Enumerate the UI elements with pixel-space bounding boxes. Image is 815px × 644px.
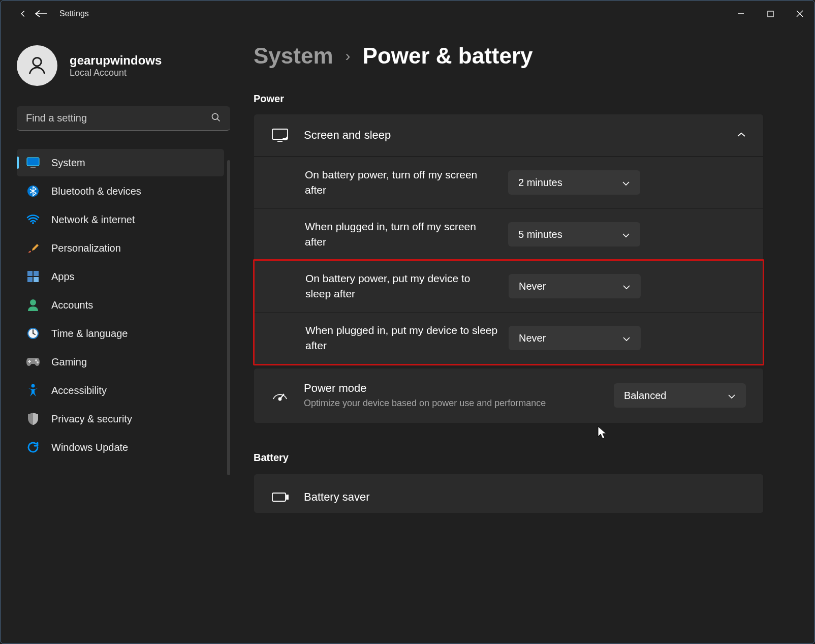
sidebar-item-time-language[interactable]: Time & language — [17, 320, 224, 347]
setting-label: On battery power, put my device to sleep… — [305, 271, 498, 302]
dropdown-power-mode[interactable]: Balanced — [614, 383, 746, 408]
svg-rect-5 — [30, 167, 36, 168]
search-box[interactable] — [17, 106, 230, 131]
dropdown-value: Balanced — [624, 390, 666, 402]
avatar — [17, 45, 57, 86]
search-input[interactable] — [26, 112, 211, 124]
user-block[interactable]: gearupwindows Local Account — [17, 45, 230, 86]
setting-row-plugged-sleep: When plugged in, put my device to sleep … — [255, 312, 763, 364]
sidebar-item-label: Bluetooth & devices — [51, 186, 141, 197]
battery-saver-card[interactable]: Battery saver — [254, 474, 764, 513]
chevron-down-icon — [622, 332, 631, 344]
close-button[interactable] — [785, 4, 814, 24]
svg-rect-11 — [34, 277, 39, 282]
svg-rect-21 — [287, 495, 288, 499]
chevron-down-icon — [622, 229, 630, 240]
svg-point-7 — [32, 222, 34, 224]
section-title-power: Power — [254, 93, 764, 105]
screen-sleep-header[interactable]: Screen and sleep — [254, 114, 763, 157]
svg-point-16 — [37, 361, 39, 363]
chevron-up-icon — [737, 131, 746, 140]
dropdown-battery-screen[interactable]: 2 minutes — [508, 170, 640, 195]
svg-rect-8 — [27, 271, 33, 276]
highlight-annotation: On battery power, put my device to sleep… — [253, 259, 764, 365]
apps-icon — [26, 269, 40, 284]
wifi-icon — [26, 212, 40, 227]
dropdown-value: Never — [519, 281, 546, 292]
power-mode-icon — [271, 388, 289, 403]
sidebar-item-label: Time & language — [51, 328, 128, 340]
breadcrumb: System › Power & battery — [254, 43, 764, 69]
person-icon — [26, 298, 40, 312]
svg-point-12 — [30, 299, 36, 305]
sidebar-item-label: System — [51, 157, 85, 169]
svg-rect-10 — [27, 277, 33, 282]
sidebar-item-personalization[interactable]: Personalization — [17, 234, 224, 262]
minimize-button[interactable] — [726, 4, 756, 24]
svg-rect-9 — [34, 271, 39, 276]
chevron-right-icon: › — [346, 47, 351, 65]
dropdown-battery-sleep[interactable]: Never — [509, 274, 641, 298]
user-subtitle: Local Account — [70, 68, 162, 78]
sidebar: gearupwindows Local Account System — [1, 27, 235, 643]
setting-label: When plugged in, put my device to sleep … — [305, 323, 498, 354]
back-arrow-icon — [31, 4, 51, 24]
setting-label: When plugged in, turn off my screen afte… — [305, 219, 498, 250]
screen-sleep-icon — [271, 128, 289, 143]
titlebar: Settings — [1, 1, 814, 27]
dropdown-plugged-screen[interactable]: 5 minutes — [508, 222, 640, 247]
sidebar-item-accounts[interactable]: Accounts — [17, 291, 224, 319]
setting-row-battery-screen: On battery power, turn off my screen aft… — [254, 157, 763, 208]
window-controls — [726, 4, 814, 24]
sidebar-item-label: Accessibility — [51, 385, 107, 396]
power-mode-card[interactable]: Power mode Optimize your device based on… — [254, 368, 764, 423]
sidebar-item-network[interactable]: Network & internet — [17, 206, 224, 233]
main-content: System › Power & battery Power Screen an… — [235, 27, 814, 643]
chevron-down-icon — [728, 390, 736, 402]
sidebar-item-bluetooth[interactable]: Bluetooth & devices — [17, 177, 224, 205]
sidebar-item-privacy[interactable]: Privacy & security — [17, 405, 224, 433]
setting-row-plugged-screen: When plugged in, turn off my screen afte… — [254, 208, 763, 260]
sidebar-item-label: Personalization — [51, 242, 121, 254]
breadcrumb-current: Power & battery — [363, 43, 533, 69]
sidebar-item-label: Privacy & security — [51, 413, 132, 425]
svg-point-17 — [32, 384, 35, 388]
sidebar-item-apps[interactable]: Apps — [17, 263, 224, 290]
update-icon — [26, 440, 40, 454]
gamepad-icon — [26, 355, 40, 369]
nav: System Bluetooth & devices Network & int… — [17, 149, 224, 475]
dropdown-value: 2 minutes — [518, 177, 562, 189]
sidebar-item-label: Windows Update — [51, 442, 128, 453]
back-button[interactable] — [13, 4, 33, 24]
sidebar-scrollbar[interactable] — [227, 160, 230, 475]
svg-point-2 — [212, 113, 218, 119]
sidebar-item-label: Accounts — [51, 299, 93, 311]
sidebar-item-label: Gaming — [51, 356, 87, 368]
maximize-button[interactable] — [756, 4, 785, 24]
power-mode-subtitle: Optimize your device based on power use … — [304, 397, 599, 410]
search-icon — [211, 112, 221, 125]
dropdown-plugged-sleep[interactable]: Never — [509, 326, 641, 350]
svg-rect-20 — [272, 493, 286, 501]
sidebar-item-label: Network & internet — [51, 214, 135, 226]
screen-sleep-card: Screen and sleep On battery power, turn … — [254, 114, 764, 365]
sidebar-item-gaming[interactable]: Gaming — [17, 348, 224, 376]
user-name: gearupwindows — [70, 53, 162, 68]
sidebar-item-windows-update[interactable]: Windows Update — [17, 434, 224, 461]
power-mode-title: Power mode — [304, 382, 599, 395]
screen-sleep-title: Screen and sleep — [304, 129, 722, 142]
battery-saver-icon — [271, 489, 289, 505]
cursor-icon — [598, 426, 608, 442]
svg-rect-18 — [272, 129, 288, 139]
section-title-battery: Battery — [254, 452, 764, 464]
sidebar-item-accessibility[interactable]: Accessibility — [17, 377, 224, 404]
dropdown-value: Never — [519, 332, 546, 344]
setting-row-battery-sleep: On battery power, put my device to sleep… — [255, 261, 763, 312]
setting-label: On battery power, turn off my screen aft… — [305, 167, 498, 198]
battery-saver-title: Battery saver — [304, 490, 370, 504]
shield-icon — [26, 412, 40, 426]
breadcrumb-parent[interactable]: System — [254, 43, 333, 69]
svg-point-1 — [33, 57, 42, 66]
chevron-down-icon — [622, 281, 631, 292]
sidebar-item-system[interactable]: System — [17, 149, 224, 176]
